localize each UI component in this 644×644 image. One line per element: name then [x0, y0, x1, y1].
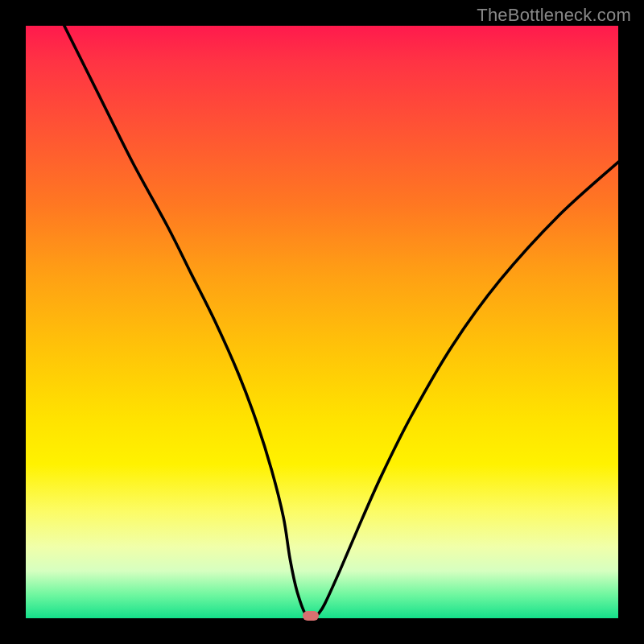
- bottleneck-curve-path: [64, 26, 618, 617]
- minimum-marker: [303, 611, 319, 621]
- curve-svg: [26, 26, 618, 618]
- plot-area: [26, 26, 618, 618]
- chart-frame: TheBottleneck.com: [0, 0, 644, 644]
- watermark-text: TheBottleneck.com: [477, 5, 631, 26]
